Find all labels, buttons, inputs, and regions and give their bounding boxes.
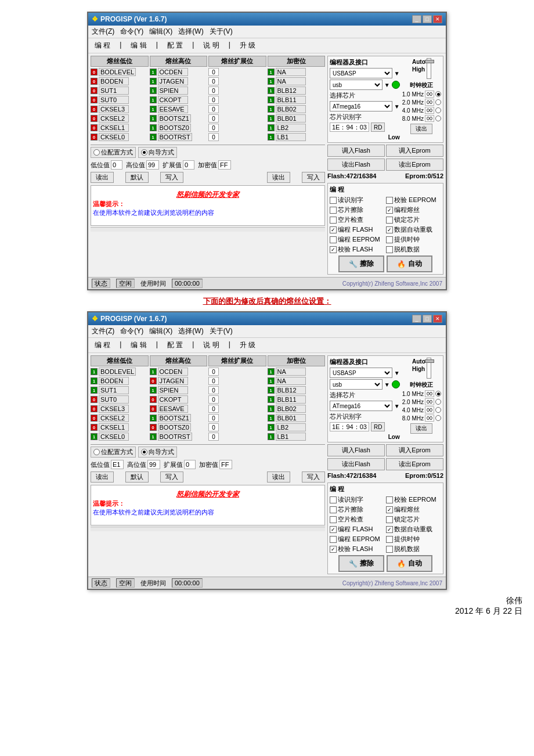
menu-about2[interactable]: 关于(V) xyxy=(210,326,233,336)
tb-edit2[interactable]: 编 辑 xyxy=(128,339,149,351)
minimize-btn1[interactable]: _ xyxy=(412,15,421,23)
checkbox1-11[interactable] xyxy=(386,246,393,253)
fuse-low-ind1-0[interactable]: 0 xyxy=(91,69,98,75)
fuse-low-ind1-7[interactable]: 0 xyxy=(91,134,98,141)
read-btn2[interactable]: 读出 xyxy=(91,471,114,483)
menu-file1[interactable]: 文件(Z) xyxy=(92,27,114,37)
enc-ind2-0[interactable]: 1 xyxy=(268,368,275,375)
fuse-high-ind1-6[interactable]: 1 xyxy=(150,124,157,131)
tb-edit1[interactable]: 编 辑 xyxy=(128,39,149,52)
maximize-btn2[interactable]: □ xyxy=(423,315,432,323)
enc-ind1-7[interactable]: 1 xyxy=(268,134,275,141)
tb-upgrade1[interactable]: 升 级 xyxy=(237,39,258,52)
high-val-input1[interactable] xyxy=(146,160,159,170)
checkbox2-11[interactable] xyxy=(386,546,393,553)
clock-radio1-0[interactable] xyxy=(435,91,441,97)
enc-ind2-7[interactable]: 1 xyxy=(268,433,275,440)
checkbox1-0[interactable] xyxy=(330,197,337,204)
load-eprom-btn2[interactable]: 调入Eprom xyxy=(386,444,443,456)
chip-select1[interactable]: ATmega16 xyxy=(330,101,392,111)
fuse-high-ind1-0[interactable]: 1 xyxy=(150,69,157,75)
slider-thumb1[interactable] xyxy=(425,60,434,63)
fuse-high-ind2-4[interactable]: 0 xyxy=(150,405,157,412)
fuse-high-ind1-7[interactable]: 1 xyxy=(150,134,157,141)
write-btn1[interactable]: 写入 xyxy=(160,172,183,183)
rd-btn2[interactable]: RD xyxy=(371,422,385,431)
guide-mode-radio2[interactable]: 向导方式 xyxy=(138,447,177,458)
write-btn2-1[interactable]: 写入 xyxy=(302,172,325,183)
checkbox2-0[interactable] xyxy=(330,496,337,503)
fuse-low-ind2-2[interactable]: 1 xyxy=(91,387,98,394)
close-btn2[interactable]: ✕ xyxy=(433,315,442,323)
checkbox1-1[interactable] xyxy=(386,197,393,204)
tb-config1[interactable]: 配 置 xyxy=(164,39,186,52)
tb-config2[interactable]: 配 置 xyxy=(164,339,186,351)
fuse-low-ind2-7[interactable]: 1 xyxy=(91,433,98,440)
write-btn2-r[interactable]: 写入 xyxy=(302,471,325,483)
fuse-low-ind2-1[interactable]: 1 xyxy=(91,377,98,384)
hscroll1[interactable] xyxy=(91,227,325,232)
checkbox2-4[interactable] xyxy=(330,516,337,523)
checkbox1-3[interactable] xyxy=(386,207,393,214)
checkbox1-8[interactable] xyxy=(330,236,337,243)
checkbox1-7[interactable] xyxy=(386,226,393,233)
clock-radio2-1[interactable] xyxy=(435,399,441,405)
checkbox1-5[interactable] xyxy=(386,217,393,224)
menu-about1[interactable]: 关于(V) xyxy=(210,27,233,37)
clock-radio1-3[interactable] xyxy=(435,116,441,121)
tb-prog1[interactable]: 编 程 xyxy=(92,39,113,52)
readout-flash-btn1[interactable]: 读出Flash xyxy=(327,159,385,171)
checkbox1-9[interactable] xyxy=(386,236,393,243)
fuse-low-ind1-4[interactable]: 0 xyxy=(91,106,98,113)
fuse-high-ind2-7[interactable]: 1 xyxy=(150,433,157,440)
erase-big-btn2[interactable]: 🔧 擦除 xyxy=(338,555,384,572)
load-eprom-btn1[interactable]: 调入Eprom xyxy=(386,145,443,157)
readout-btn1[interactable]: 读出 xyxy=(410,124,432,134)
fuse-high-ind2-0[interactable]: 1 xyxy=(150,368,157,375)
menu-edit1[interactable]: 编辑(X) xyxy=(149,27,172,37)
fuse-low-ind1-5[interactable]: 0 xyxy=(91,115,98,122)
enc-ind2-1[interactable]: 1 xyxy=(268,377,275,384)
fuse-high-ind1-4[interactable]: 1 xyxy=(150,106,157,113)
low-val-input2[interactable] xyxy=(111,460,124,469)
fuse-high-ind1-1[interactable]: 1 xyxy=(150,78,157,85)
read-btn2-r[interactable]: 读出 xyxy=(267,471,290,483)
checkbox2-2[interactable] xyxy=(330,506,337,513)
checkbox2-7[interactable] xyxy=(386,526,393,533)
fuse-low-ind1-3[interactable]: 0 xyxy=(91,96,98,103)
load-flash-btn1[interactable]: 调入Flash xyxy=(327,145,385,157)
fuse-high-ind2-2[interactable]: 1 xyxy=(150,387,157,394)
fuse-high-ind2-3[interactable]: 0 xyxy=(150,396,157,403)
fuse-low-ind2-4[interactable]: 0 xyxy=(91,405,98,412)
enc-ind1-4[interactable]: 1 xyxy=(268,106,275,113)
prog-select1[interactable]: USBASP xyxy=(330,68,392,78)
menu-cmd2[interactable]: 命令(Y) xyxy=(120,326,143,336)
clock-radio2-3[interactable] xyxy=(435,415,441,421)
fuse-high-ind2-1[interactable]: 0 xyxy=(150,377,157,384)
prog-select2[interactable]: USBASP xyxy=(330,368,392,378)
ext-val-input2[interactable] xyxy=(184,460,196,469)
enc-ind1-2[interactable]: 1 xyxy=(268,87,275,94)
checkbox2-1[interactable] xyxy=(386,496,393,503)
checkbox2-5[interactable] xyxy=(386,516,393,523)
fuse-low-ind1-1[interactable]: 0 xyxy=(91,78,98,85)
readout-flash-btn2[interactable]: 读出Flash xyxy=(327,458,385,470)
readout-eprom-btn1[interactable]: 读出Eprom xyxy=(386,159,443,171)
enc-ind2-3[interactable]: 1 xyxy=(268,396,275,403)
enc-ind1-6[interactable]: 1 xyxy=(268,124,275,131)
iface-select2[interactable]: usb xyxy=(330,379,383,390)
fuse-low-ind2-0[interactable]: 1 xyxy=(91,368,98,375)
enc-val-input2[interactable] xyxy=(219,460,232,469)
menu-edit2[interactable]: 编辑(X) xyxy=(149,326,172,336)
fuse-low-ind2-3[interactable]: 0 xyxy=(91,396,98,403)
ext-val-input1[interactable] xyxy=(183,160,194,170)
checkbox2-3[interactable] xyxy=(386,506,393,513)
erase-big-btn1[interactable]: 🔧 擦除 xyxy=(338,255,384,272)
enc-ind1-5[interactable]: 1 xyxy=(268,115,275,122)
clock-radio1-2[interactable] xyxy=(435,107,441,113)
fuse-high-ind1-2[interactable]: 1 xyxy=(150,87,157,94)
enc-ind2-4[interactable]: 1 xyxy=(268,405,275,412)
checkbox1-2[interactable] xyxy=(330,207,337,214)
slider-thumb2[interactable] xyxy=(425,359,434,363)
auto-big-btn1[interactable]: 🔥 自动 xyxy=(387,255,432,272)
